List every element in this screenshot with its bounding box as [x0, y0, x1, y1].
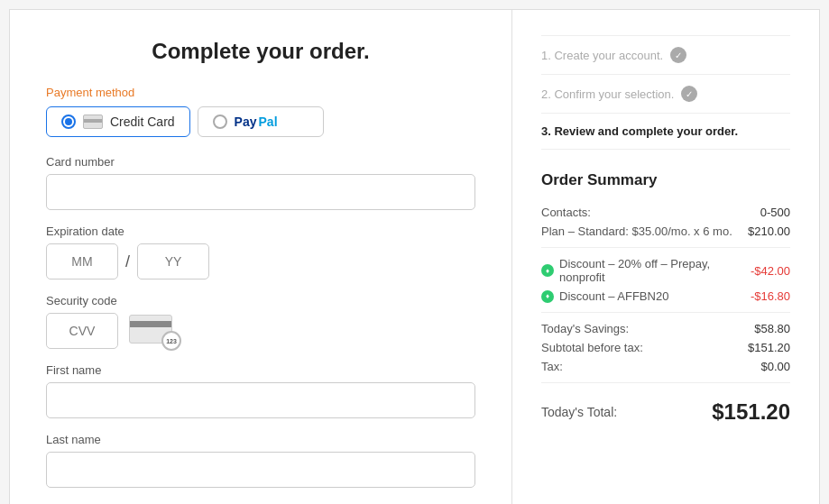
- last-name-label: Last name: [46, 433, 475, 446]
- tax-row: Tax: $0.00: [541, 360, 790, 373]
- cvv-card-illustration: 123: [129, 315, 174, 347]
- savings-label: Today's Savings:: [541, 322, 754, 335]
- expiry-yy-input[interactable]: [137, 243, 209, 279]
- plan-value: $210.00: [748, 225, 790, 238]
- total-value: $151.20: [712, 399, 790, 425]
- first-name-input[interactable]: [46, 382, 475, 418]
- expiry-mm-input[interactable]: [46, 243, 118, 279]
- card-number-group: Card number: [46, 155, 475, 210]
- expiry-separator: /: [125, 252, 130, 271]
- card-number-input[interactable]: [46, 174, 475, 210]
- step-3: 3. Review and complete your order.: [541, 114, 790, 150]
- tag-icon-2: ♦: [541, 290, 554, 303]
- credit-card-radio: [61, 115, 76, 129]
- last-name-group: Last name: [46, 433, 475, 488]
- discount-1-row: ♦ Discount – 20% off – Prepay, nonprofit…: [541, 257, 790, 284]
- total-row: Today's Total: $151.20: [541, 392, 790, 425]
- divider-1: [541, 247, 790, 248]
- plan-label: Plan – Standard: $35.00/mo. x 6 mo.: [541, 225, 748, 238]
- credit-card-option[interactable]: Credit Card: [46, 106, 190, 137]
- discount-1-value: -$42.00: [751, 264, 790, 278]
- cvv-badge: 123: [161, 331, 181, 351]
- subtotal-row: Subtotal before tax: $151.20: [541, 341, 790, 354]
- order-summary-title: Order Summary: [541, 171, 790, 189]
- discount-2-label: ♦ Discount – AFFBN20: [541, 289, 751, 303]
- step-1-check: ✓: [670, 47, 686, 63]
- first-name-group: First name: [46, 363, 475, 418]
- right-panel: 1. Create your account. ✓ 2. Confirm you…: [512, 10, 819, 504]
- tax-label: Tax:: [541, 360, 760, 373]
- left-panel: Complete your order. Payment method Cred…: [10, 10, 512, 504]
- paypal-logo: PayPal: [235, 115, 278, 129]
- step-2-check: ✓: [681, 86, 697, 102]
- expiry-row: /: [46, 243, 475, 279]
- payment-method-group: Payment method Credit Card PayPal: [46, 86, 475, 137]
- steps-section: 1. Create your account. ✓ 2. Confirm you…: [541, 35, 790, 150]
- cvv-input[interactable]: [46, 313, 118, 349]
- payment-methods: Credit Card PayPal: [46, 106, 475, 137]
- step-1-text: 1. Create your account.: [541, 49, 663, 62]
- subtotal-value: $151.20: [748, 341, 790, 354]
- security-code-group: Security code 123: [46, 294, 475, 349]
- contacts-label: Contacts:: [541, 206, 760, 219]
- divider-3: [541, 382, 790, 383]
- first-name-label: First name: [46, 363, 475, 377]
- contacts-value: 0-500: [760, 206, 790, 219]
- last-name-input[interactable]: [46, 452, 475, 488]
- subtotal-label: Subtotal before tax:: [541, 341, 748, 354]
- paypal-option[interactable]: PayPal: [198, 106, 324, 137]
- savings-value: $58.80: [754, 322, 790, 335]
- security-code-label: Security code: [46, 294, 475, 307]
- step-1: 1. Create your account. ✓: [541, 35, 790, 75]
- contacts-row: Contacts: 0-500: [541, 206, 790, 219]
- paypal-radio: [213, 115, 227, 129]
- main-container: Complete your order. Payment method Cred…: [9, 9, 820, 504]
- step-2-text: 2. Confirm your selection.: [541, 87, 674, 101]
- cvv-row: 123: [46, 313, 475, 349]
- discount-2-value: -$16.80: [751, 289, 790, 303]
- page-title: Complete your order.: [46, 39, 475, 64]
- expiry-group: Expiration date /: [46, 225, 475, 279]
- discount-2-row: ♦ Discount – AFFBN20 -$16.80: [541, 289, 790, 303]
- credit-card-label: Credit Card: [110, 115, 175, 129]
- discount-1-label: ♦ Discount – 20% off – Prepay, nonprofit: [541, 257, 751, 284]
- expiry-label: Expiration date: [46, 225, 475, 238]
- plan-row: Plan – Standard: $35.00/mo. x 6 mo. $210…: [541, 225, 790, 238]
- step-2: 2. Confirm your selection. ✓: [541, 75, 790, 114]
- cvv-card-stripe: [130, 321, 171, 327]
- divider-2: [541, 312, 790, 313]
- payment-method-label: Payment method: [46, 86, 475, 99]
- card-number-label: Card number: [46, 155, 475, 169]
- tax-value: $0.00: [760, 360, 790, 373]
- tag-icon-1: ♦: [541, 264, 554, 277]
- savings-row: Today's Savings: $58.80: [541, 322, 790, 335]
- step-3-text: 3. Review and complete your order.: [541, 124, 738, 138]
- card-icon: [83, 115, 103, 129]
- total-label: Today's Total:: [541, 405, 617, 419]
